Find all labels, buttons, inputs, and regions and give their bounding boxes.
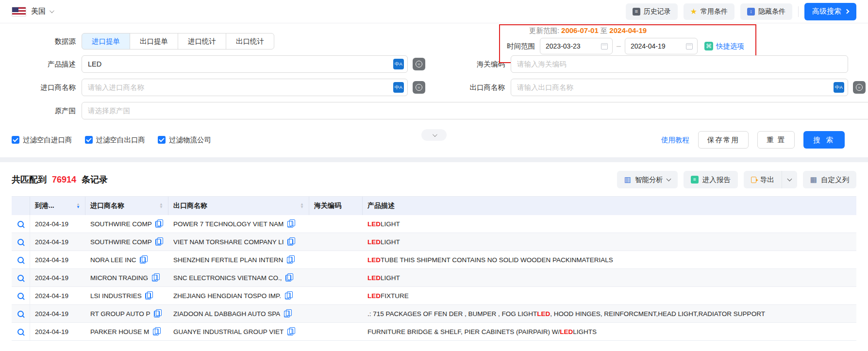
checkbox-filter-logistics[interactable]: 过滤物流公司 — [158, 135, 211, 145]
header-product-desc: 产品描述 — [363, 197, 856, 215]
importer-input[interactable] — [82, 79, 408, 96]
circled-equals-icon: = — [416, 61, 422, 67]
collapse-form-button[interactable] — [421, 129, 447, 141]
header-arrival-date[interactable]: 到港... ▲▼ — [30, 197, 85, 215]
export-button[interactable]: 导出 — [744, 171, 782, 188]
country-selector-label[interactable]: 美国 — [31, 7, 46, 16]
search-detail-icon[interactable] — [17, 275, 24, 281]
copy-icon[interactable] — [140, 257, 145, 263]
importer-name-cell-text[interactable]: RT GROUP AUTO P — [90, 310, 150, 318]
exact-match-toggle[interactable]: = — [413, 58, 425, 70]
enter-report-button[interactable]: ≡ 进入报告 — [684, 171, 738, 188]
header-exporter[interactable]: 出口商名称 ▲▼ — [168, 197, 309, 215]
search-detail-icon[interactable] — [17, 239, 24, 245]
copy-icon[interactable] — [286, 275, 291, 281]
quick-options-button[interactable]: ⌘ 快捷选项 — [704, 42, 744, 51]
hs-code-label: 海关编码 — [437, 60, 505, 69]
copy-icon[interactable] — [154, 311, 159, 317]
desc-text: LIGHT — [381, 220, 400, 228]
origin-select[interactable]: 请选择原产国 — [82, 102, 868, 119]
exporter-name-cell: SHENZHEN FERTILE PLAN INTERN — [168, 251, 309, 268]
checkbox-checked-icon[interactable] — [12, 136, 19, 144]
end-date-input[interactable]: 2024-04-19 — [625, 38, 698, 54]
sort-icons[interactable]: ▲▼ — [300, 203, 304, 209]
exporter-name-cell-text[interactable]: SNC ELECTRONICS VIETNAM CO., — [173, 274, 282, 282]
exporter-input[interactable] — [511, 79, 848, 96]
product-desc-cell: LED TUBE THIS SHIPMENT CONTAINS NO SOLID… — [363, 251, 856, 268]
copy-icon[interactable] — [284, 311, 289, 317]
hide-conditions-label: 隐藏条件 — [758, 7, 785, 16]
history-button[interactable]: ≡ 历史记录 — [626, 3, 678, 20]
sort-icons[interactable]: ▲▼ — [159, 203, 163, 209]
reset-button[interactable]: 重 置 — [757, 131, 795, 149]
origin-label: 原产国 — [0, 106, 76, 116]
copy-icon[interactable] — [288, 239, 293, 245]
exact-match-toggle[interactable]: = — [853, 81, 866, 94]
search-detail-icon[interactable] — [17, 329, 24, 335]
history-button-label: 历史记录 — [644, 7, 671, 16]
search-detail-icon[interactable] — [17, 221, 24, 227]
export-dropdown-button[interactable] — [782, 171, 797, 188]
calendar-icon — [686, 43, 693, 50]
sort-desc-icon[interactable]: ▼ — [159, 206, 163, 209]
search-detail-icon[interactable] — [17, 257, 24, 263]
exporter-name-cell-text[interactable]: SHENZHEN FERTILE PLAN INTERN — [173, 256, 283, 264]
translate-icon[interactable]: 中A — [393, 59, 404, 69]
arrival-date-cell: 2024-04-19 — [30, 305, 85, 322]
copy-icon[interactable] — [156, 239, 161, 245]
checkbox-checked-icon[interactable] — [85, 136, 93, 144]
copy-icon[interactable] — [287, 257, 292, 263]
exporter-name-cell-text[interactable]: ZIADOON AL DABBAGH AUTO SPA — [173, 310, 280, 318]
product-desc-input[interactable] — [82, 55, 408, 73]
time-range-row: 时间范围 2023-03-23 – 2024-04-19 ⌘ 快捷选项 — [507, 38, 749, 54]
checkbox-filter-blank-exporter[interactable]: 过滤空白出口商 — [85, 135, 146, 145]
importer-name-cell-text[interactable]: LSI INDUSTRIES — [90, 292, 142, 300]
hs-code-input[interactable] — [511, 55, 848, 73]
copy-icon[interactable] — [287, 329, 292, 334]
checkbox-checked-icon[interactable] — [158, 136, 166, 144]
tutorial-link[interactable]: 使用教程 — [661, 135, 689, 145]
table-row: 2024-04-19RT GROUP AUTO PZIADOON AL DABB… — [12, 305, 856, 323]
custom-columns-button[interactable]: ▦ 自定义列 — [803, 171, 856, 188]
search-detail-icon[interactable] — [17, 293, 24, 299]
sort-desc-icon[interactable]: ▼ — [76, 206, 80, 209]
chevron-down-icon[interactable] — [50, 8, 54, 13]
sort-icons[interactable]: ▲▼ — [76, 203, 80, 209]
header-label: 海关编码 — [314, 201, 341, 210]
importer-name-cell-text[interactable]: MICRON TRADING — [90, 274, 148, 282]
start-date-input[interactable]: 2023-03-23 — [540, 38, 613, 54]
search-detail-icon[interactable] — [17, 311, 24, 317]
importer-name-cell-text[interactable]: PARKER HOUSE M — [90, 328, 149, 335]
tab-import-bol[interactable]: 进口提单 — [82, 33, 130, 50]
copy-icon[interactable] — [146, 293, 150, 299]
copy-icon[interactable] — [285, 293, 290, 299]
tab-import-stats[interactable]: 进口统计 — [178, 33, 226, 50]
importer-name-cell-text[interactable]: SOUTHWIRE COMP — [90, 238, 152, 246]
checkbox-label: 过滤空白进口商 — [23, 135, 72, 145]
translate-icon[interactable]: 中A — [393, 82, 404, 93]
checkbox-filter-blank-importer[interactable]: 过滤空白进口商 — [12, 135, 72, 145]
exporter-name-cell-text[interactable]: GUANYE INDUSTRIAL GROUP VIET — [173, 328, 284, 335]
search-button[interactable]: 搜 索 — [803, 131, 845, 149]
sort-desc-icon[interactable]: ▼ — [300, 206, 304, 209]
hide-conditions-button[interactable]: ↕ 隐藏条件 — [740, 3, 792, 20]
tab-export-bol[interactable]: 出口提单 — [130, 33, 178, 50]
exporter-name-cell-text[interactable]: VIET NAM TORSHARE COMPANY LI — [173, 238, 284, 246]
importer-name-cell-text[interactable]: NORA LEE INC — [90, 256, 136, 264]
header-importer[interactable]: 进口商名称 ▲▼ — [85, 197, 168, 215]
importer-name-cell-text[interactable]: SOUTHWIRE COMP — [90, 220, 152, 228]
save-common-button[interactable]: 保存常用 — [698, 131, 749, 149]
copy-icon[interactable] — [156, 221, 161, 227]
exact-match-toggle[interactable]: = — [413, 81, 425, 94]
exporter-name-cell-text[interactable]: POWER 7 TECHNOLOGY VIET NAM — [173, 220, 284, 228]
favorite-conditions-button[interactable]: ★ 常用条件 — [684, 3, 734, 20]
copy-icon[interactable] — [152, 275, 157, 281]
copy-icon[interactable] — [287, 221, 292, 227]
exporter-name-cell-text[interactable]: ZHEJIANG HENGDIAN TOSPO IMP. — [173, 292, 281, 300]
translate-icon[interactable]: 中A — [834, 82, 844, 93]
copy-icon[interactable] — [153, 329, 158, 334]
tab-export-stats[interactable]: 出口统计 — [226, 33, 274, 50]
advanced-search-button[interactable]: 高级搜索 — [804, 3, 856, 20]
smart-analysis-button[interactable]: ▥ 智能分析 — [617, 171, 678, 188]
star-icon: ★ — [690, 7, 697, 16]
